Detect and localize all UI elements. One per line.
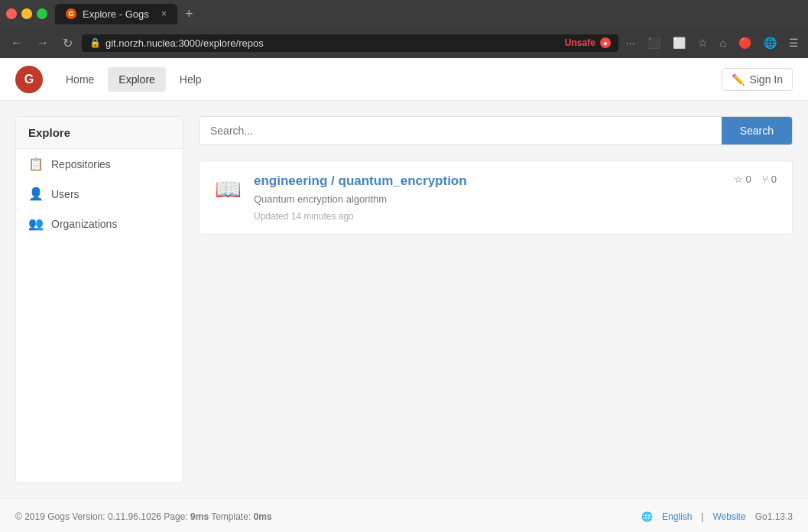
tab-title: Explore - Gogs bbox=[83, 8, 149, 20]
sidebar-item-users[interactable]: 👤 Users bbox=[16, 179, 183, 209]
pocket-icon[interactable]: ⬛ bbox=[644, 35, 664, 50]
repo-updated: Updated 14 minutes ago bbox=[254, 211, 722, 222]
footer-left: © 2019 Gogs Version: 0.11.96.1026 Page: … bbox=[15, 511, 272, 522]
tab-favicon: G bbox=[66, 8, 76, 19]
main-layout: Explore 📋 Repositories 👤 Users 👥 Organiz… bbox=[0, 101, 808, 498]
search-input[interactable] bbox=[200, 117, 722, 144]
addon1-icon[interactable]: 🔴 bbox=[735, 35, 754, 50]
users-icon: 👤 bbox=[28, 187, 44, 201]
search-bar-container: Search bbox=[199, 116, 793, 145]
site-header: G Home Explore Help ✏️ Sign In bbox=[0, 58, 808, 101]
repo-name-link[interactable]: engineering / quantum_encryption bbox=[254, 174, 467, 188]
browser-toolbar: ← → ↻ 🔒 git.norzh.nuclea:3000/explore/re… bbox=[0, 28, 808, 58]
repo-info: engineering / quantum_encryption Quantum… bbox=[254, 174, 722, 222]
back-button[interactable]: ← bbox=[6, 34, 28, 51]
sign-in-icon: ✏️ bbox=[732, 73, 745, 86]
site-logo[interactable]: G bbox=[15, 66, 43, 93]
sidebar-item-repositories-label: Repositories bbox=[51, 158, 111, 170]
repo-stats: ☆ 0 ⑂ 0 bbox=[734, 174, 777, 185]
lock-icon: 🔒 bbox=[89, 37, 101, 48]
star-icon: ☆ bbox=[734, 174, 743, 185]
forward-button[interactable]: → bbox=[32, 34, 54, 51]
sidebar-title: Explore bbox=[16, 117, 183, 149]
nav-help[interactable]: Help bbox=[169, 67, 213, 92]
repo-card: 📖 engineering / quantum_encryption Quant… bbox=[199, 161, 793, 235]
content-area: Search 📖 engineering / quantum_encryptio… bbox=[199, 116, 793, 483]
nav-explore[interactable]: Explore bbox=[108, 67, 165, 92]
unsafe-label: Unsafe bbox=[565, 37, 595, 48]
sidebar-item-repositories[interactable]: 📋 Repositories bbox=[16, 149, 183, 179]
forks-count: 0 bbox=[771, 174, 777, 185]
minimize-traffic-light[interactable] bbox=[21, 8, 32, 19]
footer-separator: | bbox=[701, 511, 703, 522]
browser-tab[interactable]: G Explore - Gogs × bbox=[55, 4, 177, 24]
repo-stars: ☆ 0 bbox=[734, 174, 751, 185]
new-tab-button[interactable]: + bbox=[182, 6, 196, 22]
tab-close-button[interactable]: × bbox=[161, 8, 167, 19]
repositories-icon: 📋 bbox=[28, 157, 44, 171]
repo-icon: 📖 bbox=[215, 177, 242, 202]
sign-in-label: Sign In bbox=[749, 73, 783, 86]
nav-home[interactable]: Home bbox=[55, 67, 105, 92]
footer-template-time: 0ms bbox=[254, 511, 272, 522]
site-footer: © 2019 Gogs Version: 0.11.96.1026 Page: … bbox=[0, 498, 808, 532]
sidebar: Explore 📋 Repositories 👤 Users 👥 Organiz… bbox=[15, 116, 183, 483]
footer-page-time: 9ms bbox=[190, 511, 209, 522]
toolbar-actions: ··· ⬛ ⬜ ☆ ⌂ 🔴 🌐 ☰ bbox=[623, 35, 802, 50]
close-traffic-light[interactable] bbox=[6, 8, 17, 19]
sidebar-item-users-label: Users bbox=[51, 188, 80, 200]
organizations-icon: 👥 bbox=[28, 216, 44, 231]
stars-count: 0 bbox=[746, 174, 751, 185]
unsafe-badge: ● bbox=[600, 37, 611, 48]
maximize-traffic-light[interactable] bbox=[37, 8, 47, 19]
search-button[interactable]: Search bbox=[722, 117, 792, 144]
footer-go-version: Go1.13.3 bbox=[755, 511, 793, 522]
site-nav: Home Explore Help bbox=[55, 67, 213, 92]
globe-icon: 🌐 bbox=[641, 511, 653, 522]
more-button[interactable]: ··· bbox=[623, 35, 638, 50]
fork-icon: ⑂ bbox=[762, 174, 768, 185]
repo-description: Quantum encryption algorithm bbox=[254, 193, 722, 205]
header-right: ✏️ Sign In bbox=[722, 68, 793, 91]
address-url: git.norzh.nuclea:3000/explore/repos bbox=[105, 37, 560, 49]
address-bar[interactable]: 🔒 git.norzh.nuclea:3000/explore/repos Un… bbox=[82, 34, 618, 52]
sidebar-item-organizations[interactable]: 👥 Organizations bbox=[16, 209, 183, 238]
footer-template-label: Template: bbox=[211, 511, 251, 522]
star-icon[interactable]: ☆ bbox=[695, 35, 711, 50]
repo-forks: ⑂ 0 bbox=[762, 174, 777, 185]
menu-icon[interactable]: ☰ bbox=[786, 35, 802, 50]
page-content: G Home Explore Help ✏️ Sign In Explore 📋… bbox=[0, 58, 808, 532]
home-icon[interactable]: ⌂ bbox=[717, 35, 729, 50]
screenshot-icon[interactable]: ⬜ bbox=[670, 35, 689, 50]
sign-in-button[interactable]: ✏️ Sign In bbox=[722, 68, 793, 91]
reload-button[interactable]: ↻ bbox=[58, 34, 77, 52]
addon2-icon[interactable]: 🌐 bbox=[761, 35, 780, 50]
footer-right: 🌐 English | Website Go1.13.3 bbox=[641, 511, 793, 522]
footer-copyright: © 2019 Gogs Version: 0.11.96.1026 Page: bbox=[15, 511, 188, 522]
footer-language[interactable]: English bbox=[662, 511, 692, 522]
sidebar-item-organizations-label: Organizations bbox=[51, 218, 117, 230]
footer-website-link[interactable]: Website bbox=[712, 511, 745, 522]
traffic-lights bbox=[6, 8, 47, 19]
